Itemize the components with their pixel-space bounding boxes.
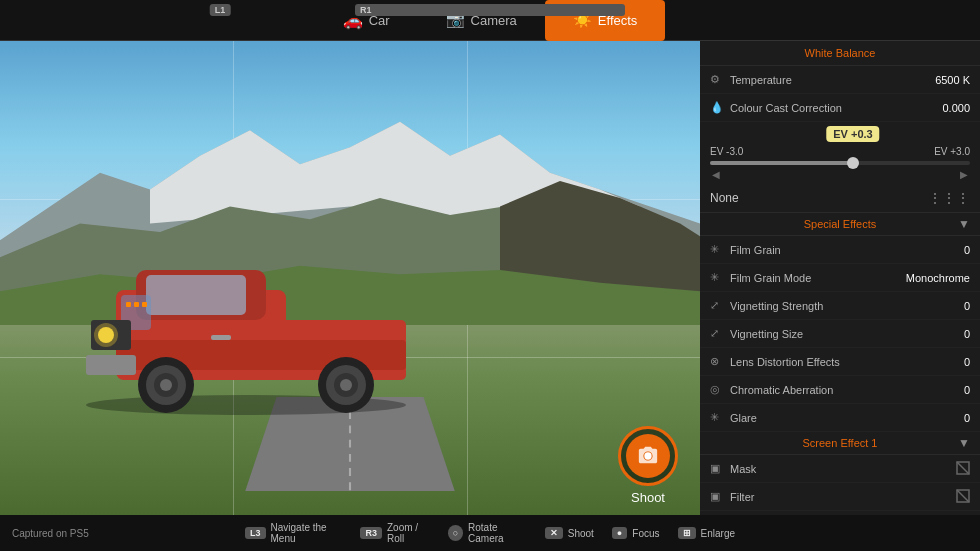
top-navigation: L1 🚗 Car 📷 Camera ☀️ Effects R1 bbox=[0, 0, 980, 41]
bottom-rotate: ○ Rotate Camera bbox=[448, 522, 527, 544]
vignetting-size-value: 0 bbox=[964, 328, 970, 340]
temperature-icon: ⚙ bbox=[710, 73, 724, 87]
film-grain-mode-label: ✳ Film Grain Mode bbox=[710, 271, 906, 285]
vignetting-size-label: ⤢ Vignetting Size bbox=[710, 327, 964, 341]
screen-effect-header: Screen Effect 1 ▼ bbox=[700, 432, 980, 455]
circle-badge: ○ bbox=[448, 525, 463, 541]
special-effects-title: Special Effects bbox=[710, 218, 970, 230]
film-grain-mode-icon: ✳ bbox=[710, 271, 724, 285]
svg-line-32 bbox=[957, 462, 969, 474]
svg-point-21 bbox=[160, 379, 172, 391]
r1-badge: R1 bbox=[355, 4, 625, 16]
right-panel: White Balance ⚙ Temperature 6500 K 💧 Col… bbox=[700, 41, 980, 515]
filter-value bbox=[956, 489, 970, 505]
cross-badge: ✕ bbox=[545, 527, 563, 539]
special-effects-collapse-icon[interactable]: ▼ bbox=[958, 217, 970, 231]
bottom-zoom: R3 Zoom / Roll bbox=[360, 522, 429, 544]
vignetting-size-row: ⤢ Vignetting Size 0 bbox=[700, 320, 980, 348]
bottom-shoot: ✕ Shoot bbox=[545, 527, 594, 539]
bottom-navigate: L3 Navigate the Menu bbox=[245, 522, 342, 544]
mask-value-icon bbox=[956, 461, 970, 475]
chromatic-aberration-value: 0 bbox=[964, 384, 970, 396]
shoot-label: Shoot bbox=[608, 490, 688, 505]
captured-on-text: Captured on PS5 bbox=[12, 528, 89, 539]
glare-row: ✳ Glare 0 bbox=[700, 404, 980, 432]
temperature-label: ⚙ Temperature bbox=[710, 73, 935, 87]
touchpad-badge: ⊞ bbox=[678, 527, 696, 539]
ev-labels: EV -3.0 EV +3.0 bbox=[710, 146, 970, 157]
filter-value-icon bbox=[956, 489, 970, 503]
glare-icon: ✳ bbox=[710, 411, 724, 425]
chromatic-aberration-icon: ◎ bbox=[710, 383, 724, 397]
svg-rect-27 bbox=[126, 302, 131, 307]
lens-distortion-row: ⊗ Lens Distortion Effects 0 bbox=[700, 348, 980, 376]
zoom-label: Zoom / Roll bbox=[387, 522, 430, 544]
screen-effect-title: Screen Effect 1 bbox=[710, 437, 970, 449]
photo-viewport bbox=[0, 41, 700, 515]
svg-rect-29 bbox=[142, 302, 147, 307]
ev-slider-track[interactable] bbox=[710, 161, 970, 165]
glare-value: 0 bbox=[964, 412, 970, 424]
vignetting-strength-value: 0 bbox=[964, 300, 970, 312]
chromatic-aberration-row: ◎ Chromatic Aberration 0 bbox=[700, 376, 980, 404]
ev-tooltip-container: EV +0.3 bbox=[710, 126, 970, 146]
none-row: None ⋮⋮⋮ bbox=[700, 184, 980, 213]
svg-rect-11 bbox=[146, 275, 246, 315]
camera-shoot-icon bbox=[637, 445, 659, 467]
white-balance-section-header: White Balance bbox=[700, 41, 980, 66]
l3-badge: L3 bbox=[245, 527, 266, 539]
rotate-label: Rotate Camera bbox=[468, 522, 527, 544]
none-label: None bbox=[710, 191, 739, 205]
colour-cast-row: 💧 Colour Cast Correction 0.000 bbox=[700, 94, 980, 122]
ev-min-label: EV -3.0 bbox=[710, 146, 743, 157]
vignetting-strength-label: ⤢ Vignetting Strength bbox=[710, 299, 964, 313]
special-effects-header: Special Effects ▼ bbox=[700, 213, 980, 236]
colour-cast-label: 💧 Colour Cast Correction bbox=[710, 101, 942, 115]
film-grain-icon: ✳ bbox=[710, 243, 724, 257]
photo-image bbox=[0, 41, 700, 515]
navigate-label: Navigate the Menu bbox=[271, 522, 343, 544]
ev-slider-arrows: ◀ ▶ bbox=[710, 169, 970, 180]
svg-rect-28 bbox=[134, 302, 139, 307]
ev-slider-container[interactable]: EV +0.3 EV -3.0 EV +3.0 ◀ ▶ bbox=[700, 122, 980, 184]
bottom-shoot-label: Shoot bbox=[568, 528, 594, 539]
film-grain-mode-value: Monochrome bbox=[906, 272, 970, 284]
mask-icon: ▣ bbox=[710, 462, 724, 476]
vignetting-size-icon: ⤢ bbox=[710, 327, 724, 341]
ev-slider-fill bbox=[710, 161, 853, 165]
svg-point-30 bbox=[644, 452, 651, 459]
filter-row: ▣ Filter bbox=[700, 483, 980, 511]
bottom-enlarge: ⊞ Enlarge bbox=[678, 527, 735, 539]
filter-icon: ▣ bbox=[710, 490, 724, 504]
enlarge-label: Enlarge bbox=[701, 528, 735, 539]
r3-badge: R3 bbox=[360, 527, 382, 539]
shoot-button-inner bbox=[626, 434, 670, 478]
ev-arrow-right: ▶ bbox=[960, 169, 968, 180]
glare-label: ✳ Glare bbox=[710, 411, 964, 425]
ev-max-label: EV +3.0 bbox=[934, 146, 970, 157]
film-grain-mode-row: ✳ Film Grain Mode Monochrome bbox=[700, 264, 980, 292]
ev-tooltip: EV +0.3 bbox=[826, 126, 879, 142]
film-grain-label: ✳ Film Grain bbox=[710, 243, 964, 257]
lens-distortion-label: ⊗ Lens Distortion Effects bbox=[710, 355, 964, 369]
lens-distortion-value: 0 bbox=[964, 356, 970, 368]
film-grain-value: 0 bbox=[964, 244, 970, 256]
bottom-controls: L3 Navigate the Menu R3 Zoom / Roll ○ Ro… bbox=[245, 522, 735, 544]
grid-view-icon[interactable]: ⋮⋮⋮ bbox=[928, 190, 970, 206]
colour-cast-value: 0.000 bbox=[942, 102, 970, 114]
screen-effect-collapse-icon[interactable]: ▼ bbox=[958, 436, 970, 450]
svg-point-17 bbox=[94, 323, 118, 347]
svg-rect-14 bbox=[86, 355, 136, 375]
vignetting-strength-row: ⤢ Vignetting Strength 0 bbox=[700, 292, 980, 320]
temperature-value: 6500 K bbox=[935, 74, 970, 86]
ev-slider-thumb[interactable] bbox=[847, 157, 859, 169]
shoot-button[interactable] bbox=[618, 426, 678, 486]
lens-distortion-icon: ⊗ bbox=[710, 355, 724, 369]
l1-badge: L1 bbox=[210, 4, 231, 16]
mask-value bbox=[956, 461, 970, 477]
mask-label: ▣ Mask bbox=[710, 462, 956, 476]
svg-point-25 bbox=[340, 379, 352, 391]
colour-cast-icon: 💧 bbox=[710, 101, 724, 115]
vignetting-strength-icon: ⤢ bbox=[710, 299, 724, 313]
bottom-focus: ● Focus bbox=[612, 527, 660, 539]
